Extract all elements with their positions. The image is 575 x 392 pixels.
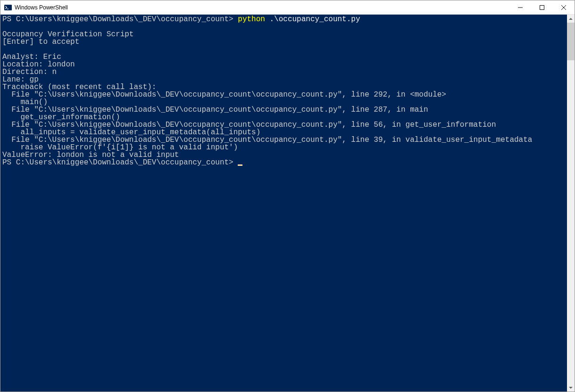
command-python: python xyxy=(238,15,265,24)
output-title: Occupancy Verification Script xyxy=(2,31,565,38)
output-analyst: Analyst: Eric xyxy=(2,53,565,61)
minimize-button[interactable] xyxy=(509,0,531,14)
prompt-line-2: PS C:\Users\kniggee\Downloads\_DEV\occup… xyxy=(2,158,238,167)
blank-line xyxy=(2,46,565,53)
output-traceback-file1: File "C:\Users\kniggee\Downloads\_DEV\oc… xyxy=(2,91,565,98)
output-enter-hint: [Enter] to accept xyxy=(2,38,565,46)
output-lane: Lane: gp xyxy=(2,76,565,83)
powershell-icon xyxy=(4,4,12,11)
close-button[interactable] xyxy=(553,0,575,14)
window-title: Windows PowerShell xyxy=(15,4,509,11)
maximize-button[interactable] xyxy=(531,0,553,14)
output-traceback-raise: raise ValueError(f'{i[1]} is not a valid… xyxy=(2,144,565,151)
scrollbar-up-button[interactable] xyxy=(567,15,575,23)
blank-line xyxy=(2,23,565,31)
output-direction: Direction: n xyxy=(2,68,565,76)
scrollbar-thumb[interactable] xyxy=(567,23,575,60)
command-args: .\occupancy_count.py xyxy=(265,15,360,24)
output-value-error: ValueError: london is not a valid input xyxy=(2,151,565,159)
terminal-wrapper: PS C:\Users\kniggee\Downloads\_DEV\occup… xyxy=(0,15,575,392)
output-traceback-getuser: get_user_information() xyxy=(2,114,565,121)
terminal-output[interactable]: PS C:\Users\kniggee\Downloads\_DEV\occup… xyxy=(0,15,567,392)
vertical-scrollbar[interactable] xyxy=(567,15,575,392)
svg-rect-0 xyxy=(4,5,12,10)
output-traceback-header: Traceback (most recent call last): xyxy=(2,83,565,91)
window-titlebar: Windows PowerShell xyxy=(0,0,575,15)
prompt-line-1: PS C:\Users\kniggee\Downloads\_DEV\occup… xyxy=(2,15,238,24)
output-traceback-file4: File "C:\Users\kniggee\Downloads\_DEV\oc… xyxy=(2,136,565,144)
terminal-cursor xyxy=(238,164,242,166)
output-location: Location: london xyxy=(2,61,565,68)
output-traceback-main: main() xyxy=(2,98,565,106)
output-traceback-file2: File "C:\Users\kniggee\Downloads\_DEV\oc… xyxy=(2,106,565,114)
scrollbar-down-button[interactable] xyxy=(567,384,575,392)
output-traceback-file3: File "C:\Users\kniggee\Downloads\_DEV\oc… xyxy=(2,121,565,129)
window-controls xyxy=(509,0,575,14)
output-traceback-allinputs: all_inputs = validate_user_input_metadat… xyxy=(2,129,565,136)
svg-rect-3 xyxy=(540,5,544,9)
